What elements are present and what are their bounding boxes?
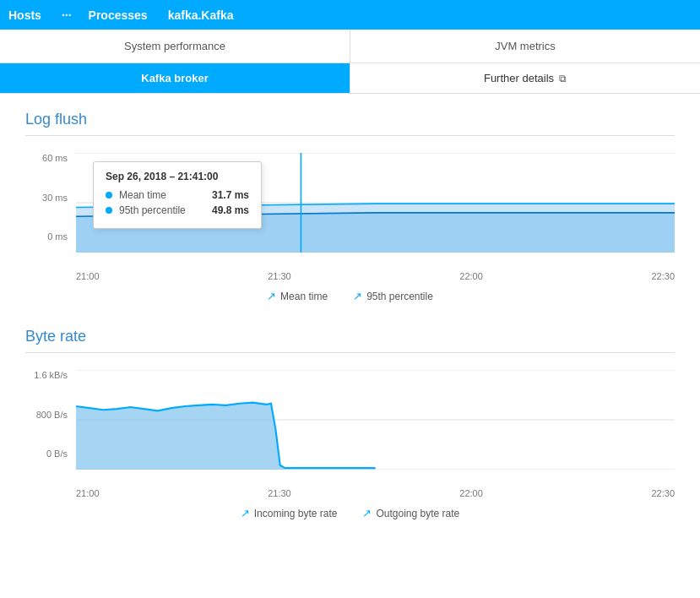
legend-mean-time: ↗ Mean time xyxy=(267,290,328,302)
log-flush-tooltip: Sep 26, 2018 – 21:41:00 Mean time 31.7 m… xyxy=(93,161,262,229)
y-label-0: 0 B/s xyxy=(46,448,68,459)
log-flush-title: Log flush xyxy=(25,111,675,136)
x-label-2230: 22:30 xyxy=(651,271,675,281)
y-label-30ms: 30 ms xyxy=(42,193,68,203)
tooltip-label-mean: Mean time xyxy=(119,189,205,201)
y-label-800: 800 B/s xyxy=(36,410,68,420)
main-tabs: System performance JVM metrics xyxy=(0,30,700,63)
legend-incoming-label: Incoming byte rate xyxy=(254,508,338,519)
tooltip-value-95th: 49.8 ms xyxy=(212,204,249,216)
main-content: Log flush 60 ms 30 ms 0 ms xyxy=(0,94,700,562)
legend-outgoing: ↗ Outgoing byte rate xyxy=(362,507,459,519)
byte-rate-svg xyxy=(76,370,675,470)
legend-mean-icon: ↗ xyxy=(267,290,276,302)
legend-mean-label: Mean time xyxy=(280,291,328,302)
x-label-2130: 21:30 xyxy=(268,271,291,281)
legend-95th: ↗ 95th percentile xyxy=(353,290,433,302)
x-label-br-2230: 22:30 xyxy=(651,488,675,498)
tooltip-row-mean: Mean time 31.7 ms xyxy=(106,189,249,201)
byte-rate-y-labels: 1.6 kB/s 800 B/s 0 B/s xyxy=(25,370,72,459)
tooltip-dot-mean xyxy=(106,192,112,198)
breadcrumb-processes[interactable]: Processes xyxy=(80,0,160,30)
tab-system-performance[interactable]: System performance xyxy=(0,30,350,63)
x-label-2200: 22:00 xyxy=(459,271,483,281)
log-flush-y-labels: 60 ms 30 ms 0 ms xyxy=(25,153,72,242)
log-flush-chart: 60 ms 30 ms 0 ms xyxy=(25,153,675,263)
tooltip-title: Sep 26, 2018 – 21:41:00 xyxy=(106,171,249,182)
tooltip-value-mean: 31.7 ms xyxy=(212,189,249,201)
tab-jvm-metrics[interactable]: JVM metrics xyxy=(350,30,700,63)
tooltip-row-95th: 95th percentile 49.8 ms xyxy=(106,204,249,216)
log-flush-legend: ↗ Mean time ↗ 95th percentile xyxy=(25,290,675,302)
x-label-2100: 21:00 xyxy=(76,271,100,281)
log-flush-section: Log flush 60 ms 30 ms 0 ms xyxy=(25,111,675,302)
legend-95th-icon: ↗ xyxy=(353,290,362,302)
sub-tab-kafka-broker[interactable]: Kafka broker xyxy=(0,63,350,93)
x-label-br-2100: 21:00 xyxy=(76,488,100,498)
legend-95th-label: 95th percentile xyxy=(366,291,433,302)
byte-rate-chart-area xyxy=(76,370,675,463)
x-label-br-2200: 22:00 xyxy=(459,488,483,498)
byte-rate-x-labels: 21:00 21:30 22:00 22:30 xyxy=(76,488,675,498)
y-label-60ms: 60 ms xyxy=(42,153,68,163)
legend-incoming: ↗ Incoming byte rate xyxy=(241,507,338,519)
byte-rate-section: Byte rate 1.6 kB/s 800 B/s 0 B/s xyxy=(25,328,675,519)
legend-outgoing-label: Outgoing byte rate xyxy=(376,508,459,519)
log-flush-x-labels: 21:00 21:30 22:00 22:30 xyxy=(76,271,675,281)
y-label-0ms: 0 ms xyxy=(47,231,68,242)
tooltip-dot-95th xyxy=(106,207,112,214)
breadcrumb-kafka[interactable]: kafka.Kafka xyxy=(160,0,246,30)
breadcrumb-hosts[interactable]: Hosts xyxy=(0,0,53,30)
byte-rate-legend: ↗ Incoming byte rate ↗ Outgoing byte rat… xyxy=(25,507,675,519)
log-flush-chart-area: Sep 26, 2018 – 21:41:00 Mean time 31.7 m… xyxy=(76,153,675,246)
tooltip-label-95th: 95th percentile xyxy=(119,204,205,216)
breadcrumb: Hosts ··· Processes kafka.Kafka xyxy=(0,0,700,30)
byte-rate-title: Byte rate xyxy=(25,328,675,353)
y-label-1600: 1.6 kB/s xyxy=(34,370,68,380)
sub-tab-further-details[interactable]: Further details ⧉ xyxy=(350,63,700,93)
x-label-br-2130: 21:30 xyxy=(268,488,291,498)
external-link-icon: ⧉ xyxy=(559,73,567,84)
svg-marker-9 xyxy=(76,403,375,470)
byte-rate-chart: 1.6 kB/s 800 B/s 0 B/s xyxy=(25,370,675,480)
sub-tabs: Kafka broker Further details ⧉ xyxy=(0,63,700,94)
legend-incoming-icon: ↗ xyxy=(241,507,250,519)
legend-outgoing-icon: ↗ xyxy=(362,507,372,519)
